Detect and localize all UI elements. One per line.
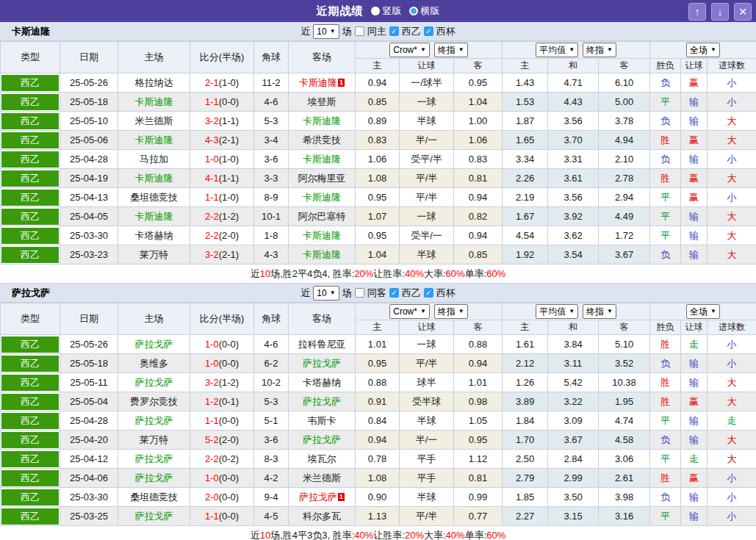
home-team: 萨拉戈萨 (118, 450, 190, 469)
handicap: 受半球 (400, 392, 454, 411)
away-team: 科尔多瓦 (289, 507, 356, 526)
avg-away-odds: 4.58 (599, 431, 650, 450)
sub-col-handicap: 让球 (400, 59, 454, 73)
result-value: 输 (689, 511, 699, 522)
league-cell: 西乙 (1, 207, 60, 226)
league-label: 西乙 (402, 25, 421, 38)
handicap-result: 输 (681, 431, 708, 450)
scroll-down-button[interactable]: ↓ (711, 3, 729, 21)
home-odds: 1.06 (356, 150, 400, 169)
fulltime-select[interactable]: 全场▼ (686, 304, 720, 319)
halftime-score: (1-0) (219, 154, 239, 165)
odds-source-select[interactable]: Crow*▼ (389, 43, 430, 57)
fulltime-select[interactable]: 全场▼ (686, 43, 720, 57)
league-cell: 西乙 (1, 469, 60, 488)
result-value: 小 (727, 511, 737, 522)
handicap: 半球 (400, 411, 454, 431)
avg-final-select[interactable]: 终指▼ (583, 304, 616, 319)
result-value: 平 (660, 211, 670, 222)
match-row: 西乙25-05-26格拉纳达2-1(1-0)11-2卡斯迪隆10.94一/球半0… (1, 73, 756, 93)
cup-checkbox[interactable]: ✓ (424, 26, 433, 36)
team-name: 莱万特 (140, 434, 168, 445)
same-venue-label: 同客 (367, 287, 386, 300)
halftime-score: (0-0) (219, 511, 239, 522)
avg-select[interactable]: 平均值▼ (536, 304, 578, 319)
score: 4-1(1-1) (190, 169, 254, 188)
away-team: 韦斯卡 (289, 411, 356, 431)
handicap: 半/一 (400, 431, 454, 450)
result: 胜 (650, 469, 681, 488)
away-odds: 0.85 (454, 245, 503, 264)
halftime-score: (0-1) (219, 396, 239, 407)
away-odds: 0.81 (454, 469, 503, 488)
summary-text: 近 (251, 267, 260, 281)
fulltime-score: 2-1 (205, 77, 219, 88)
score: 2-1(1-0) (190, 73, 254, 93)
avg-final-select[interactable]: 终指▼ (583, 43, 616, 57)
result-value: 赢 (689, 173, 699, 184)
result: 平 (650, 450, 681, 469)
summary-text: 40% (446, 530, 465, 540)
scroll-up-button[interactable]: ↑ (688, 3, 706, 21)
odds-final-select[interactable]: 终指▼ (434, 304, 468, 319)
fulltime-score: 3-2 (205, 249, 219, 260)
league-checkbox[interactable]: ✓ (389, 26, 399, 36)
handicap-result: 输 (681, 112, 708, 131)
page-title: 近期战绩 (317, 4, 364, 18)
result: 平 (650, 411, 681, 431)
result-value: 平 (660, 453, 670, 464)
goals-result: 小 (708, 335, 756, 354)
match-count-select[interactable]: 10 ▼ (313, 24, 339, 39)
result: 胜 (650, 169, 681, 188)
match-date: 25-03-23 (60, 245, 118, 264)
odds-final-select[interactable]: 终指▼ (434, 43, 468, 57)
radio-horizontal[interactable]: 横版 (409, 4, 440, 18)
red-card-badge: 1 (338, 493, 345, 501)
same-venue-label: 同主 (367, 25, 386, 38)
odds-source-select[interactable]: Crow*▼ (389, 304, 430, 319)
sub-col-avg-away: 客 (599, 320, 650, 335)
sub-col-avg-draw: 和 (548, 59, 599, 73)
summary-text: 大率: (424, 267, 446, 281)
corners: 5-3 (254, 392, 289, 411)
fulltime-score: 3-2 (205, 377, 219, 388)
match-count-select[interactable]: 10 ▼ (313, 286, 339, 300)
summary-text: 近 (251, 529, 260, 540)
league-checkbox[interactable]: ✓ (389, 288, 399, 298)
halftime-score: (1-1) (219, 115, 239, 126)
down-arrow-icon: ↓ (718, 6, 723, 18)
away-team: 拉科鲁尼亚 (289, 335, 356, 354)
radio-vertical[interactable]: 竖版 (371, 4, 402, 18)
home-team: 奥维多 (118, 354, 190, 373)
chevron-down-icon: ▼ (420, 47, 426, 53)
away-team: 埃登斯 (289, 93, 356, 112)
chevron-down-icon: ▼ (458, 309, 464, 314)
summary-text: 60% (446, 268, 465, 279)
same-venue-checkbox[interactable] (355, 26, 364, 36)
summary-text: 让胜率: (373, 267, 405, 281)
team-name: 卡斯迪隆 (135, 211, 173, 222)
team-name: 埃登斯 (308, 96, 336, 107)
avg-away-odds: 3.52 (599, 354, 650, 373)
match-row: 西乙25-04-28萨拉戈萨1-1(0-0)5-1韦斯卡0.84半球1.051.… (1, 411, 756, 431)
filter-controls: 近 10 ▼ 场 同主 ✓ 西乙 ✓ 西杯 (300, 24, 455, 39)
home-team: 莱万特 (118, 431, 190, 450)
handicap: 平/半 (400, 169, 454, 188)
avg-home-odds: 2.27 (503, 507, 548, 526)
avg-select[interactable]: 平均值▼ (536, 43, 578, 57)
filter-row: 萨拉戈萨 近 10 ▼ 场 同客 ✓ 西乙 ✓ 西杯 (0, 284, 756, 303)
away-odds: 0.99 (454, 488, 503, 507)
odds-group-header: Crow*▼ 终指▼ (356, 42, 503, 59)
league-badge: 西乙 (1, 451, 59, 467)
avg-away-odds: 3.06 (599, 450, 650, 469)
odds-group-header: Crow*▼ 终指▼ (356, 303, 503, 320)
home-odds: 0.91 (356, 392, 400, 411)
home-odds: 0.88 (356, 373, 400, 392)
same-venue-checkbox[interactable] (355, 288, 364, 298)
away-team: 卡塔赫纳 (289, 373, 356, 392)
league-cell: 西乙 (1, 392, 60, 411)
close-button[interactable]: ✕ (734, 3, 752, 21)
close-icon: ✕ (738, 6, 747, 18)
match-row: 西乙25-05-10米兰德斯3-2(1-1)5-3卡斯迪隆0.89半球1.001… (1, 112, 756, 131)
cup-checkbox[interactable]: ✓ (424, 288, 433, 298)
